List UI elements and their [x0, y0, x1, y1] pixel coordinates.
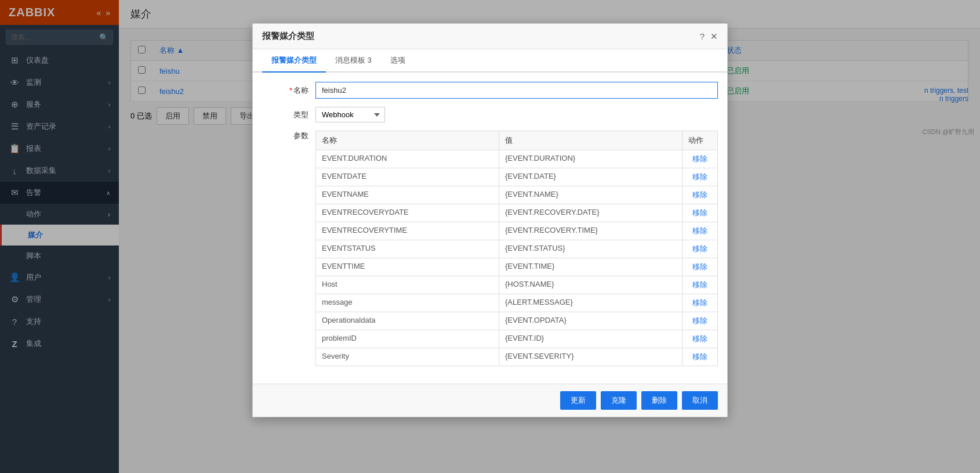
- params-table-header: 名称 值 动作: [315, 131, 718, 150]
- param-name: EVENTRECOVERYTIME: [316, 222, 499, 240]
- param-name: EVENTNAME: [316, 186, 499, 204]
- name-label: *名称: [262, 85, 308, 96]
- modal-body: *名称 类型 Webhook Email SMS Script 参数: [253, 73, 727, 384]
- param-row: EVENTDATE {EVENT.DATE} 移除: [315, 168, 718, 186]
- param-remove[interactable]: 移除: [683, 240, 717, 258]
- param-name: EVENTTIME: [316, 258, 499, 276]
- param-row: problemID {EVENT.ID} 移除: [315, 330, 718, 348]
- param-value: {HOST.NAME}: [499, 276, 683, 294]
- delete-button[interactable]: 删除: [641, 391, 677, 410]
- param-value: {EVENT.ID}: [499, 330, 683, 348]
- form-row-name: *名称: [262, 82, 718, 99]
- required-star: *: [289, 86, 292, 95]
- param-name: EVENTDATE: [316, 168, 499, 186]
- col-param-name: 名称: [316, 131, 499, 150]
- param-name: EVENTSTATUS: [316, 240, 499, 258]
- param-remove[interactable]: 移除: [683, 150, 717, 168]
- param-value: {EVENT.DURATION}: [499, 150, 683, 168]
- param-row: Severity {EVENT.SEVERITY} 移除: [315, 348, 718, 366]
- params-table: 名称 值 动作 EVENT.DURATION {EVENT.DURATION} …: [315, 131, 718, 366]
- param-remove[interactable]: 移除: [683, 222, 717, 240]
- param-value: {EVENT.RECOVERY.DATE}: [499, 204, 683, 222]
- param-remove[interactable]: 移除: [683, 330, 717, 348]
- param-value: {EVENT.TIME}: [499, 258, 683, 276]
- param-value: {EVENT.SEVERITY}: [499, 348, 683, 366]
- param-row: EVENTSTATUS {EVENT.STATUS} 移除: [315, 240, 718, 258]
- param-value: {EVENT.STATUS}: [499, 240, 683, 258]
- type-label: 类型: [262, 110, 308, 120]
- param-remove[interactable]: 移除: [683, 168, 717, 186]
- param-value: {ALERT.MESSAGE}: [499, 294, 683, 312]
- param-name: Severity: [316, 348, 499, 366]
- param-row: EVENTRECOVERYDATE {EVENT.RECOVERY.DATE} …: [315, 204, 718, 222]
- param-remove[interactable]: 移除: [683, 258, 717, 276]
- param-row: EVENTRECOVERYTIME {EVENT.RECOVERY.TIME} …: [315, 222, 718, 240]
- param-value: {EVENT.NAME}: [499, 186, 683, 204]
- param-value: {EVENT.RECOVERY.TIME}: [499, 222, 683, 240]
- cancel-button[interactable]: 取消: [682, 391, 718, 410]
- modal-overlay[interactable]: 报警媒介类型 ? ✕ 报警媒介类型 消息模板 3 选项 *名称: [119, 0, 980, 473]
- params-section: 参数 名称 值 动作 EVENT.DURATION {EVENT.DURATIO…: [262, 131, 718, 366]
- tab-message-template[interactable]: 消息模板 3: [326, 49, 381, 73]
- params-label: 参数: [262, 131, 308, 141]
- param-row: message {ALERT.MESSAGE} 移除: [315, 294, 718, 312]
- param-value: {EVENT.OPDATA}: [499, 312, 683, 330]
- clone-button[interactable]: 克隆: [601, 391, 637, 410]
- modal-tabs: 报警媒介类型 消息模板 3 选项: [253, 49, 727, 73]
- modal-header: 报警媒介类型 ? ✕: [253, 24, 727, 49]
- param-remove[interactable]: 移除: [683, 186, 717, 204]
- param-remove[interactable]: 移除: [683, 276, 717, 294]
- update-button[interactable]: 更新: [560, 391, 596, 410]
- help-icon[interactable]: ?: [700, 31, 705, 42]
- param-remove[interactable]: 移除: [683, 348, 717, 366]
- type-select[interactable]: Webhook Email SMS Script: [315, 107, 385, 122]
- param-row: Host {HOST.NAME} 移除: [315, 276, 718, 294]
- param-name: message: [316, 294, 499, 312]
- close-icon[interactable]: ✕: [710, 31, 718, 42]
- tab-options[interactable]: 选项: [381, 49, 415, 73]
- param-name: EVENTRECOVERYDATE: [316, 204, 499, 222]
- param-row: EVENTNAME {EVENT.NAME} 移除: [315, 186, 718, 204]
- modal-footer: 更新 克隆 删除 取消: [253, 384, 727, 417]
- tab-media-type[interactable]: 报警媒介类型: [262, 49, 326, 73]
- modal-dialog: 报警媒介类型 ? ✕ 报警媒介类型 消息模板 3 选项 *名称: [252, 23, 728, 417]
- param-name: problemID: [316, 330, 499, 348]
- col-param-action: 动作: [683, 131, 717, 150]
- modal-title: 报警媒介类型: [262, 31, 314, 42]
- param-row: Operationaldata {EVENT.OPDATA} 移除: [315, 312, 718, 330]
- param-value: {EVENT.DATE}: [499, 168, 683, 186]
- modal-header-icons: ? ✕: [700, 31, 718, 42]
- param-row: EVENTTIME {EVENT.TIME} 移除: [315, 258, 718, 276]
- param-remove[interactable]: 移除: [683, 204, 717, 222]
- name-input[interactable]: [315, 82, 718, 99]
- param-name: Host: [316, 276, 499, 294]
- param-name: Operationaldata: [316, 312, 499, 330]
- param-row: EVENT.DURATION {EVENT.DURATION} 移除: [315, 150, 718, 168]
- col-param-value: 值: [499, 131, 683, 150]
- param-remove[interactable]: 移除: [683, 294, 717, 312]
- param-remove[interactable]: 移除: [683, 312, 717, 330]
- form-row-type: 类型 Webhook Email SMS Script: [262, 107, 718, 122]
- main-content: 媒介 名称 ▲ 类型 状态 feishu Webhook 已启用: [119, 0, 980, 473]
- param-name: EVENT.DURATION: [316, 150, 499, 168]
